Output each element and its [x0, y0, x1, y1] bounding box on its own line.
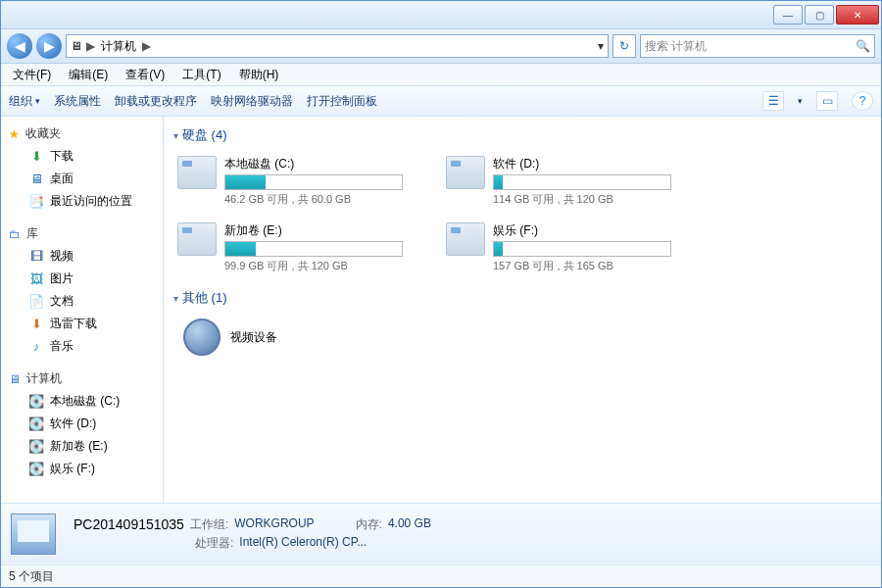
- item-icon: 💽: [28, 439, 44, 455]
- item-label: 下载: [50, 148, 74, 165]
- search-icon: 🔍: [856, 39, 870, 53]
- nav-pane[interactable]: ★ 收藏夹 ⬇下载🖥桌面📑最近访问的位置 🗀 库 🎞视频🖼图片📄文档⬇迅雷下载♪…: [1, 117, 164, 503]
- minimize-button[interactable]: —: [773, 5, 803, 24]
- libraries-group: 🗀 库 🎞视频🖼图片📄文档⬇迅雷下载♪音乐: [1, 222, 163, 358]
- sidebar-item-fav-1[interactable]: 🖥桌面: [1, 168, 163, 190]
- address-sep-icon[interactable]: ▶: [142, 39, 151, 53]
- sidebar-item-fav-0[interactable]: ⬇下载: [1, 145, 163, 168]
- forward-button[interactable]: ▶: [36, 33, 62, 59]
- computer-name: PC201409151035: [74, 516, 184, 533]
- workgroup-value: WORKGROUP: [234, 516, 314, 533]
- processor-value: Intel(R) Celeron(R) CP...: [239, 535, 367, 552]
- address-sep-icon: ▶: [86, 39, 95, 53]
- other-label: 其他 (1): [182, 289, 227, 307]
- menu-help[interactable]: 帮助(H): [231, 65, 287, 85]
- memory-value: 4.00 GB: [388, 516, 431, 533]
- usage-bar: [224, 174, 403, 190]
- search-input[interactable]: 搜索 计算机 🔍: [640, 34, 875, 58]
- maximize-button[interactable]: ▢: [805, 5, 834, 24]
- status-bar: 5 个项目: [1, 564, 881, 587]
- drive-icon: [177, 156, 217, 189]
- drive-item[interactable]: 娱乐 (F:)157 GB 可用 , 共 165 GB: [446, 222, 710, 273]
- help-button[interactable]: ?: [852, 91, 873, 111]
- usage-bar: [224, 241, 403, 257]
- map-drive-button[interactable]: 映射网络驱动器: [211, 93, 293, 110]
- system-properties-button[interactable]: 系统属性: [54, 93, 101, 110]
- sidebar-item-lib-4[interactable]: ♪音乐: [1, 335, 163, 358]
- computer-header[interactable]: 🖥 计算机: [1, 368, 163, 390]
- item-label: 新加卷 (E:): [50, 438, 108, 455]
- details-pane: PC201409151035 工作组: WORKGROUP 内存: 4.00 G…: [1, 503, 881, 564]
- drive-name: 本地磁盘 (C:): [224, 156, 442, 172]
- item-label: 娱乐 (F:): [50, 461, 95, 477]
- sidebar-item-comp-3[interactable]: 💽娱乐 (F:): [1, 458, 163, 480]
- drive-name: 娱乐 (F:): [493, 222, 710, 239]
- favorites-group: ★ 收藏夹 ⬇下载🖥桌面📑最近访问的位置: [1, 122, 163, 213]
- menu-file[interactable]: 文件(F): [5, 65, 59, 85]
- view-mode-button[interactable]: ☰: [762, 91, 784, 111]
- hard-drives-header[interactable]: ▾ 硬盘 (4): [173, 126, 871, 144]
- organize-button[interactable]: 组织 ▾: [9, 93, 40, 110]
- item-label: 音乐: [50, 338, 74, 355]
- computer-label: 计算机: [26, 370, 62, 387]
- sidebar-item-lib-3[interactable]: ⬇迅雷下载: [1, 313, 163, 335]
- breadcrumb-computer[interactable]: 计算机: [99, 38, 138, 55]
- other-header[interactable]: ▾ 其他 (1): [173, 289, 871, 307]
- drive-free-text: 99.9 GB 可用 , 共 120 GB: [224, 259, 442, 273]
- menu-view[interactable]: 查看(V): [118, 65, 172, 85]
- workgroup-label: 工作组:: [190, 516, 228, 533]
- titlebar[interactable]: — ▢ ✕: [1, 1, 881, 29]
- item-icon: 🎞: [28, 249, 44, 265]
- chevron-down-icon[interactable]: ▾: [798, 96, 803, 106]
- computer-icon: 🖥: [71, 39, 82, 53]
- drive-item[interactable]: 软件 (D:)114 GB 可用 , 共 120 GB: [446, 156, 710, 207]
- hard-drives-label: 硬盘 (4): [182, 126, 227, 144]
- preview-pane-button[interactable]: ▭: [816, 91, 838, 111]
- other-device-item[interactable]: 视频设备: [173, 315, 871, 360]
- uninstall-button[interactable]: 卸载或更改程序: [115, 93, 197, 110]
- sidebar-item-lib-1[interactable]: 🖼图片: [1, 268, 163, 290]
- sidebar-item-comp-1[interactable]: 💽软件 (D:): [1, 413, 163, 435]
- refresh-button[interactable]: ↻: [612, 34, 636, 58]
- computer-large-icon: [11, 514, 56, 555]
- drive-name: 软件 (D:): [493, 156, 710, 172]
- drive-item[interactable]: 新加卷 (E:)99.9 GB 可用 , 共 120 GB: [177, 222, 442, 273]
- menu-tools[interactable]: 工具(T): [174, 65, 228, 85]
- sidebar-item-fav-2[interactable]: 📑最近访问的位置: [1, 190, 163, 213]
- favorites-header[interactable]: ★ 收藏夹: [1, 122, 163, 145]
- item-icon: 📄: [28, 294, 44, 310]
- control-panel-button[interactable]: 打开控制面板: [307, 93, 377, 110]
- item-icon: 📑: [28, 194, 44, 210]
- drive-free-text: 157 GB 可用 , 共 165 GB: [493, 259, 710, 273]
- sidebar-item-comp-2[interactable]: 💽新加卷 (E:): [1, 435, 163, 458]
- star-icon: ★: [9, 127, 20, 141]
- item-icon: ♪: [28, 339, 44, 355]
- toolbar: 组织 ▾ 系统属性 卸载或更改程序 映射网络驱动器 打开控制面板 ☰ ▾ ▭ ?: [1, 86, 881, 117]
- body: ★ 收藏夹 ⬇下载🖥桌面📑最近访问的位置 🗀 库 🎞视频🖼图片📄文档⬇迅雷下载♪…: [1, 117, 881, 503]
- address-drop-icon[interactable]: ▾: [598, 39, 604, 53]
- menu-edit[interactable]: 编辑(E): [61, 65, 116, 85]
- computer-group: 🖥 计算机 💽本地磁盘 (C:)💽软件 (D:)💽新加卷 (E:)💽娱乐 (F:…: [1, 368, 163, 480]
- usage-bar: [493, 174, 671, 190]
- sidebar-item-lib-0[interactable]: 🎞视频: [1, 245, 163, 268]
- drive-free-text: 114 GB 可用 , 共 120 GB: [493, 192, 710, 207]
- item-icon: 💽: [28, 416, 44, 432]
- item-label: 最近访问的位置: [50, 193, 132, 210]
- item-label: 软件 (D:): [50, 416, 96, 432]
- memory-label: 内存:: [356, 516, 382, 533]
- close-button[interactable]: ✕: [836, 5, 879, 24]
- folder-icon: 🗀: [9, 227, 21, 241]
- content-pane[interactable]: ▾ 硬盘 (4) 本地磁盘 (C:)46.2 GB 可用 , 共 60.0 GB…: [164, 117, 881, 503]
- libraries-label: 库: [26, 225, 38, 242]
- back-button[interactable]: ◀: [7, 33, 32, 59]
- item-label: 本地磁盘 (C:): [50, 393, 120, 410]
- libraries-header[interactable]: 🗀 库: [1, 222, 163, 245]
- item-label: 视频: [50, 248, 74, 265]
- address-bar[interactable]: 🖥 ▶ 计算机 ▶ ▾: [66, 34, 609, 58]
- explorer-window: — ▢ ✕ ◀ ▶ 🖥 ▶ 计算机 ▶ ▾ ↻ 搜索 计算机 🔍 文件(F) 编…: [0, 0, 882, 588]
- drive-icon: [446, 156, 485, 189]
- collapse-icon: ▾: [173, 130, 178, 141]
- sidebar-item-comp-0[interactable]: 💽本地磁盘 (C:): [1, 390, 163, 413]
- sidebar-item-lib-2[interactable]: 📄文档: [1, 290, 163, 313]
- drive-item[interactable]: 本地磁盘 (C:)46.2 GB 可用 , 共 60.0 GB: [177, 156, 442, 207]
